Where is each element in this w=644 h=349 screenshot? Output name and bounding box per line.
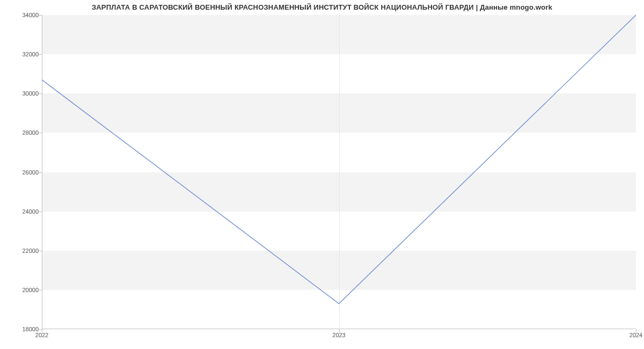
y-tick-mark [39, 212, 42, 212]
y-tick-label: 28000 [6, 129, 39, 136]
y-tick-mark [39, 54, 42, 55]
y-tick-mark [39, 251, 42, 251]
plot-area [42, 15, 636, 329]
y-tick-label: 32000 [6, 51, 39, 57]
chart-title: ЗАРПЛАТА В САРАТОВСКИЙ ВОЕННЫЙ КРАСНОЗНА… [0, 3, 644, 11]
y-tick-mark [39, 133, 42, 133]
y-tick-label: 26000 [6, 169, 39, 176]
data-line [42, 15, 636, 303]
y-tick-mark [39, 93, 42, 94]
y-tick-label: 20000 [6, 287, 39, 293]
y-tick-label: 34000 [6, 12, 39, 18]
x-tick-label: 2023 [332, 332, 345, 338]
x-tick-mark [42, 329, 42, 332]
x-tick-label: 2022 [35, 332, 48, 338]
y-tick-mark [39, 172, 42, 173]
y-tick-label: 18000 [6, 326, 39, 332]
x-tick-label: 2024 [630, 332, 642, 338]
y-tick-mark [39, 290, 42, 290]
x-tick-mark [636, 329, 636, 332]
y-tick-label: 22000 [6, 248, 39, 254]
x-tick-mark [339, 329, 340, 332]
chart: ЗАРПЛАТА В САРАТОВСКИЙ ВОЕННЫЙ КРАСНОЗНА… [0, 0, 644, 349]
y-tick-mark [39, 15, 42, 16]
line-layer [42, 15, 636, 329]
y-tick-label: 30000 [6, 90, 39, 97]
y-tick-label: 24000 [6, 208, 39, 215]
